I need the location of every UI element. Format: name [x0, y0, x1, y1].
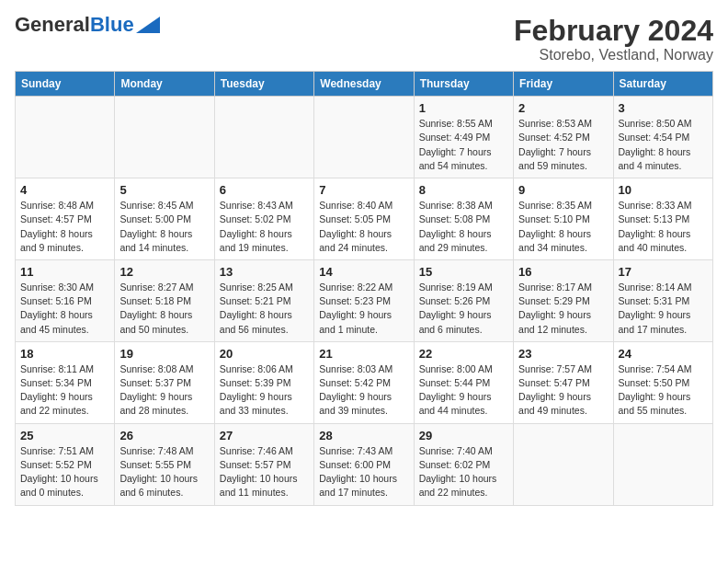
- weekday-header-sunday: Sunday: [16, 72, 115, 97]
- calendar-cell: 16Sunrise: 8:17 AM Sunset: 5:29 PM Dayli…: [514, 259, 613, 341]
- day-number: 25: [20, 429, 109, 442]
- day-number: 8: [419, 183, 508, 197]
- calendar-cell: [314, 97, 414, 178]
- calendar-cell: [613, 423, 712, 505]
- calendar-cell: 5Sunrise: 8:45 AM Sunset: 5:00 PM Daylig…: [115, 178, 214, 260]
- calendar-cell: [214, 97, 313, 178]
- day-number: 2: [518, 101, 608, 115]
- day-info: Sunrise: 8:22 AM Sunset: 5:23 PM Dayligh…: [319, 281, 408, 337]
- calendar-cell: 3Sunrise: 8:50 AM Sunset: 4:54 PM Daylig…: [613, 97, 712, 178]
- day-number: 22: [419, 347, 508, 361]
- day-info: Sunrise: 7:40 AM Sunset: 6:02 PM Dayligh…: [419, 444, 508, 500]
- calendar-cell: 21Sunrise: 8:03 AM Sunset: 5:42 PM Dayli…: [314, 341, 414, 423]
- calendar-cell: 2Sunrise: 8:53 AM Sunset: 4:52 PM Daylig…: [514, 97, 613, 178]
- calendar-cell: 9Sunrise: 8:35 AM Sunset: 5:10 PM Daylig…: [514, 178, 613, 260]
- weekday-header-friday: Friday: [514, 72, 613, 97]
- day-info: Sunrise: 8:55 AM Sunset: 4:49 PM Dayligh…: [419, 117, 508, 173]
- calendar-cell: 27Sunrise: 7:46 AM Sunset: 5:57 PM Dayli…: [214, 423, 313, 505]
- day-number: 29: [419, 429, 508, 442]
- weekday-header-row: SundayMondayTuesdayWednesdayThursdayFrid…: [16, 72, 713, 97]
- calendar-cell: 8Sunrise: 8:38 AM Sunset: 5:08 PM Daylig…: [414, 178, 513, 260]
- day-info: Sunrise: 8:14 AM Sunset: 5:31 PM Dayligh…: [619, 281, 708, 337]
- day-info: Sunrise: 8:38 AM Sunset: 5:08 PM Dayligh…: [419, 199, 508, 255]
- day-number: 4: [20, 183, 109, 197]
- calendar-cell: 23Sunrise: 7:57 AM Sunset: 5:47 PM Dayli…: [514, 341, 613, 423]
- calendar-cell: 25Sunrise: 7:51 AM Sunset: 5:52 PM Dayli…: [16, 423, 115, 505]
- calendar-cell: 1Sunrise: 8:55 AM Sunset: 4:49 PM Daylig…: [414, 97, 513, 178]
- svg-marker-0: [136, 17, 160, 33]
- day-info: Sunrise: 8:40 AM Sunset: 5:05 PM Dayligh…: [319, 199, 408, 255]
- calendar-cell: 20Sunrise: 8:06 AM Sunset: 5:39 PM Dayli…: [214, 341, 313, 423]
- calendar-cell: [115, 97, 214, 178]
- calendar-cell: 19Sunrise: 8:08 AM Sunset: 5:37 PM Dayli…: [115, 341, 214, 423]
- page-header: GeneralBlue February 2024 Storebo, Vestl…: [15, 15, 713, 63]
- day-info: Sunrise: 8:48 AM Sunset: 4:57 PM Dayligh…: [20, 199, 109, 255]
- day-number: 12: [119, 265, 209, 279]
- week-row-2: 4Sunrise: 8:48 AM Sunset: 4:57 PM Daylig…: [16, 178, 713, 260]
- day-info: Sunrise: 8:30 AM Sunset: 5:16 PM Dayligh…: [20, 281, 109, 337]
- day-number: 23: [518, 347, 608, 361]
- calendar-cell: 29Sunrise: 7:40 AM Sunset: 6:02 PM Dayli…: [414, 423, 513, 505]
- calendar-cell: 12Sunrise: 8:27 AM Sunset: 5:18 PM Dayli…: [115, 259, 214, 341]
- day-number: 1: [419, 101, 508, 115]
- day-info: Sunrise: 7:48 AM Sunset: 5:55 PM Dayligh…: [119, 444, 209, 500]
- weekday-header-wednesday: Wednesday: [314, 72, 414, 97]
- calendar-cell: 24Sunrise: 7:54 AM Sunset: 5:50 PM Dayli…: [613, 341, 712, 423]
- calendar-cell: 14Sunrise: 8:22 AM Sunset: 5:23 PM Dayli…: [314, 259, 414, 341]
- weekday-header-saturday: Saturday: [613, 72, 712, 97]
- day-number: 19: [119, 347, 209, 361]
- day-number: 27: [220, 429, 309, 442]
- day-info: Sunrise: 8:19 AM Sunset: 5:26 PM Dayligh…: [419, 281, 508, 337]
- day-info: Sunrise: 8:27 AM Sunset: 5:18 PM Dayligh…: [119, 281, 209, 337]
- day-number: 11: [20, 265, 109, 279]
- calendar-cell: 6Sunrise: 8:43 AM Sunset: 5:02 PM Daylig…: [214, 178, 313, 260]
- day-info: Sunrise: 7:46 AM Sunset: 5:57 PM Dayligh…: [220, 444, 309, 500]
- day-info: Sunrise: 8:11 AM Sunset: 5:34 PM Dayligh…: [20, 362, 109, 419]
- calendar-cell: 4Sunrise: 8:48 AM Sunset: 4:57 PM Daylig…: [16, 178, 115, 260]
- day-info: Sunrise: 8:43 AM Sunset: 5:02 PM Dayligh…: [220, 199, 309, 255]
- logo: GeneralBlue: [15, 15, 160, 35]
- day-info: Sunrise: 8:35 AM Sunset: 5:10 PM Dayligh…: [518, 199, 608, 255]
- day-info: Sunrise: 8:25 AM Sunset: 5:21 PM Dayligh…: [220, 281, 309, 337]
- day-info: Sunrise: 8:08 AM Sunset: 5:37 PM Dayligh…: [119, 362, 209, 419]
- day-info: Sunrise: 7:43 AM Sunset: 6:00 PM Dayligh…: [319, 444, 408, 500]
- calendar-cell: 7Sunrise: 8:40 AM Sunset: 5:05 PM Daylig…: [314, 178, 414, 260]
- day-number: 3: [619, 101, 708, 115]
- day-number: 16: [518, 265, 608, 279]
- week-row-4: 18Sunrise: 8:11 AM Sunset: 5:34 PM Dayli…: [16, 341, 713, 423]
- day-number: 13: [220, 265, 309, 279]
- title-block: February 2024 Storebo, Vestland, Norway: [514, 15, 713, 63]
- day-number: 20: [220, 347, 309, 361]
- logo-icon: [136, 17, 160, 33]
- week-row-1: 1Sunrise: 8:55 AM Sunset: 4:49 PM Daylig…: [16, 97, 713, 178]
- calendar-cell: [16, 97, 115, 178]
- day-number: 10: [619, 183, 708, 197]
- day-info: Sunrise: 8:53 AM Sunset: 4:52 PM Dayligh…: [518, 117, 608, 173]
- day-number: 9: [518, 183, 608, 197]
- day-info: Sunrise: 8:50 AM Sunset: 4:54 PM Dayligh…: [619, 117, 708, 173]
- day-info: Sunrise: 7:57 AM Sunset: 5:47 PM Dayligh…: [518, 362, 608, 419]
- day-number: 26: [119, 429, 209, 442]
- day-number: 7: [319, 183, 408, 197]
- day-number: 5: [119, 183, 209, 197]
- calendar-cell: 28Sunrise: 7:43 AM Sunset: 6:00 PM Dayli…: [314, 423, 414, 505]
- calendar-subtitle: Storebo, Vestland, Norway: [514, 47, 713, 63]
- day-number: 17: [619, 265, 708, 279]
- calendar-cell: 15Sunrise: 8:19 AM Sunset: 5:26 PM Dayli…: [414, 259, 513, 341]
- weekday-header-thursday: Thursday: [414, 72, 513, 97]
- calendar-cell: 10Sunrise: 8:33 AM Sunset: 5:13 PM Dayli…: [613, 178, 712, 260]
- day-number: 24: [619, 347, 708, 361]
- day-info: Sunrise: 7:51 AM Sunset: 5:52 PM Dayligh…: [20, 444, 109, 500]
- day-number: 14: [319, 265, 408, 279]
- day-info: Sunrise: 8:45 AM Sunset: 5:00 PM Dayligh…: [119, 199, 209, 255]
- day-number: 15: [419, 265, 508, 279]
- calendar-cell: 13Sunrise: 8:25 AM Sunset: 5:21 PM Dayli…: [214, 259, 313, 341]
- week-row-5: 25Sunrise: 7:51 AM Sunset: 5:52 PM Dayli…: [16, 423, 713, 505]
- day-info: Sunrise: 8:17 AM Sunset: 5:29 PM Dayligh…: [518, 281, 608, 337]
- day-number: 6: [220, 183, 309, 197]
- calendar-cell: 11Sunrise: 8:30 AM Sunset: 5:16 PM Dayli…: [16, 259, 115, 341]
- day-info: Sunrise: 7:54 AM Sunset: 5:50 PM Dayligh…: [619, 362, 708, 419]
- calendar-cell: [514, 423, 613, 505]
- day-number: 18: [20, 347, 109, 361]
- calendar-cell: 22Sunrise: 8:00 AM Sunset: 5:44 PM Dayli…: [414, 341, 513, 423]
